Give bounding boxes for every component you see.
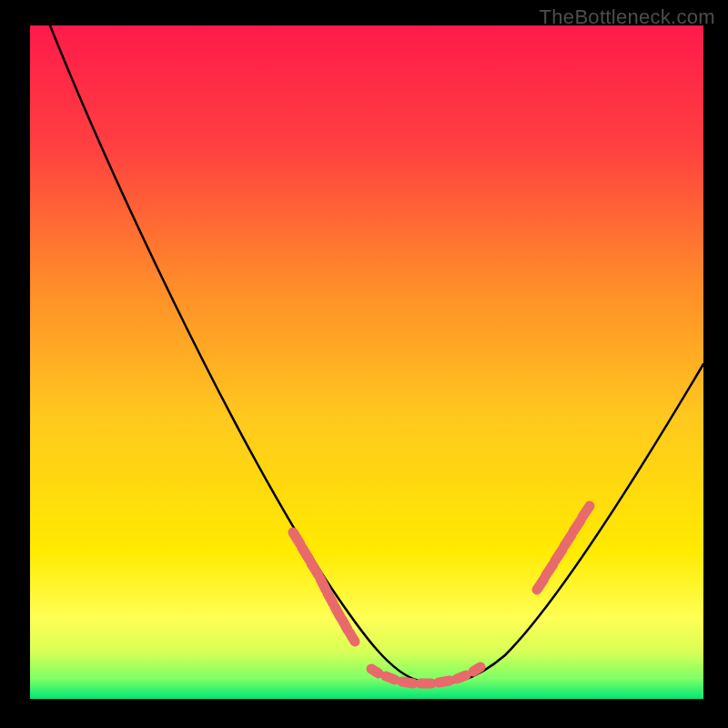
svg-line-6 <box>311 563 318 575</box>
svg-line-11 <box>349 632 355 642</box>
svg-line-18 <box>473 667 480 672</box>
svg-line-23 <box>573 521 581 531</box>
svg-line-4 <box>293 532 300 544</box>
svg-line-22 <box>564 535 571 546</box>
svg-line-24 <box>582 506 590 517</box>
plot-gradient <box>30 25 703 699</box>
svg-line-21 <box>555 550 562 561</box>
svg-line-13 <box>386 676 395 680</box>
svg-line-14 <box>402 682 413 683</box>
watermark-text: TheBottleneck.com <box>540 5 715 29</box>
chart-svg <box>0 0 728 728</box>
chart-stage: TheBottleneck.com <box>0 0 728 728</box>
svg-line-12 <box>371 669 379 673</box>
svg-line-17 <box>457 675 466 679</box>
svg-line-7 <box>320 579 326 590</box>
svg-line-20 <box>546 564 553 575</box>
svg-line-19 <box>537 579 544 590</box>
svg-line-8 <box>328 593 333 603</box>
svg-line-5 <box>302 548 309 560</box>
svg-line-16 <box>439 681 450 682</box>
